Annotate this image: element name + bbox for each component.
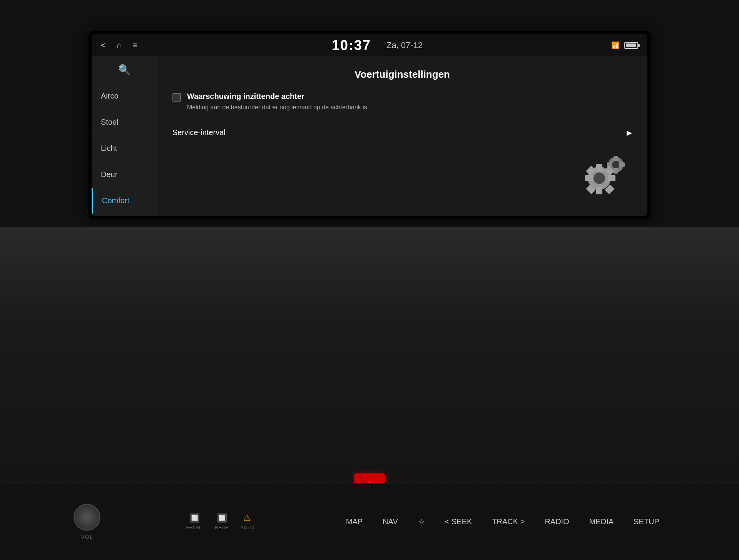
search-icon: 🔍 bbox=[118, 64, 130, 76]
warning-control[interactable]: ⚠ AUTO bbox=[240, 513, 254, 530]
front-heat-control[interactable]: 🔲 FRONT bbox=[186, 513, 204, 530]
star-button[interactable]: ☆ bbox=[412, 514, 431, 530]
gear-icon bbox=[570, 149, 632, 207]
svg-rect-15 bbox=[619, 162, 625, 167]
media-button[interactable]: MEDIA bbox=[583, 514, 620, 529]
sidebar-item-deur[interactable]: Deur bbox=[92, 162, 157, 188]
svg-rect-4 bbox=[585, 175, 593, 181]
search-button[interactable]: 🔍 bbox=[92, 57, 157, 83]
chevron-right-icon: ▶ bbox=[627, 129, 632, 137]
back-button[interactable]: < bbox=[101, 40, 106, 50]
svg-point-1 bbox=[594, 172, 605, 184]
svg-rect-13 bbox=[614, 168, 618, 174]
svg-point-11 bbox=[612, 161, 620, 169]
front-heat-label: FRONT bbox=[186, 525, 204, 530]
page-title: Voertuiginstellingen bbox=[172, 69, 632, 80]
service-interval-label: Service-interval bbox=[172, 128, 226, 137]
content-area: Voertuiginstellingen Waarschuwing inzitt… bbox=[157, 57, 647, 216]
gear-decoration bbox=[570, 149, 632, 209]
svg-rect-14 bbox=[607, 162, 612, 167]
setup-button[interactable]: SETUP bbox=[627, 514, 665, 529]
rear-heat-label: REAR bbox=[215, 525, 229, 530]
radio-button[interactable]: RADIO bbox=[538, 514, 575, 529]
status-bar: < ⌂ ≡ 10:37 Za, 07-12 📶 bbox=[92, 34, 647, 57]
warning-title: Waarschuwing inzittende achter bbox=[187, 92, 632, 101]
track-fwd-button[interactable]: TRACK > bbox=[486, 514, 531, 529]
bottom-bar: VOL 🔲 FRONT 🔲 REAR ⚠ AUTO MAP NAV ☆ < SE… bbox=[0, 483, 739, 560]
warning-setting: Waarschuwing inzittende achter Melding a… bbox=[172, 92, 632, 112]
sidebar-item-airco[interactable]: Airco bbox=[92, 83, 157, 109]
sidebar-item-comfort[interactable]: Comfort bbox=[92, 188, 157, 214]
sidebar-item-stoel[interactable]: Stoel bbox=[92, 109, 157, 135]
front-heat-icon: 🔲 bbox=[189, 513, 200, 523]
home-button[interactable]: ⌂ bbox=[117, 40, 122, 50]
rear-heat-icon: 🔲 bbox=[217, 513, 227, 523]
main-content: 🔍 Airco Stoel Licht Deur Comfort Voertui… bbox=[92, 57, 647, 216]
map-button[interactable]: MAP bbox=[340, 514, 369, 529]
vol-label: VOL bbox=[81, 534, 93, 540]
warning-text-group: Waarschuwing inzittende achter Melding a… bbox=[187, 92, 632, 112]
battery-icon bbox=[624, 42, 638, 49]
nav-controls: < ⌂ ≡ bbox=[101, 40, 178, 50]
auto-label: AUTO bbox=[240, 525, 254, 530]
nav-button[interactable]: NAV bbox=[376, 514, 404, 529]
time-date-area: 10:37 Za, 07-12 bbox=[178, 37, 577, 53]
svg-rect-2 bbox=[596, 164, 602, 172]
warning-checkbox[interactable] bbox=[172, 93, 181, 102]
vol-knob[interactable] bbox=[74, 504, 100, 531]
vol-control: VOL bbox=[74, 504, 100, 540]
controls-area: VOL 🔲 FRONT 🔲 REAR ⚠ AUTO MAP NAV ☆ < SE… bbox=[0, 227, 739, 560]
svg-rect-5 bbox=[608, 175, 615, 181]
date-display: Za, 07-12 bbox=[386, 40, 423, 50]
warning-icon: ⚠ bbox=[243, 513, 251, 523]
svg-rect-12 bbox=[614, 156, 618, 161]
heat-controls: 🔲 FRONT 🔲 REAR ⚠ AUTO bbox=[186, 513, 254, 530]
infotainment-screen: < ⌂ ≡ 10:37 Za, 07-12 📶 🔍 A bbox=[92, 34, 647, 216]
svg-rect-3 bbox=[596, 187, 602, 194]
time-display: 10:37 bbox=[332, 37, 371, 53]
status-icons: 📶 bbox=[577, 41, 638, 50]
sidebar: 🔍 Airco Stoel Licht Deur Comfort bbox=[92, 57, 157, 216]
seek-back-button[interactable]: < SEEK bbox=[439, 514, 478, 529]
rear-heat-control[interactable]: 🔲 REAR bbox=[215, 513, 229, 530]
screen-bezel: < ⌂ ≡ 10:37 Za, 07-12 📶 🔍 A bbox=[89, 31, 650, 219]
battery-fill bbox=[626, 43, 636, 47]
bottom-nav-group: MAP NAV ☆ < SEEK TRACK > RADIO MEDIA SET… bbox=[340, 514, 665, 530]
menu-button[interactable]: ≡ bbox=[132, 40, 137, 50]
signal-icon: 📶 bbox=[611, 41, 620, 50]
service-interval-row[interactable]: Service-interval ▶ bbox=[172, 121, 632, 144]
sidebar-item-licht[interactable]: Licht bbox=[92, 135, 157, 162]
warning-description: Melding aan de bestuurder dat er nog iem… bbox=[187, 103, 632, 112]
